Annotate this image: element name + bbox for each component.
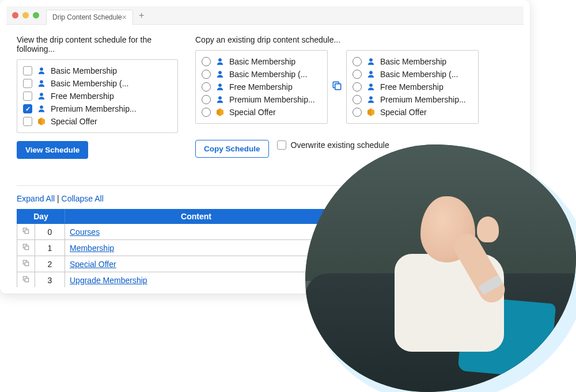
user-icon [366, 96, 376, 104]
day-cell: 0 [35, 224, 65, 240]
radio[interactable] [202, 82, 211, 92]
svg-rect-19 [25, 262, 28, 265]
list-item[interactable]: Basic Membership [353, 55, 472, 68]
checkbox[interactable] [23, 92, 32, 101]
minimize-window-icon[interactable] [22, 12, 29, 18]
close-window-icon[interactable] [12, 12, 18, 18]
item-label: Free Membership [51, 92, 114, 101]
copy-source-list: Basic Membership Basic Membership (... F… [195, 50, 328, 124]
browser-tab[interactable]: Drip Content Schedule × [46, 10, 133, 25]
view-schedule-button[interactable]: View Schedule [17, 141, 88, 159]
list-item[interactable]: Free Membership [23, 90, 172, 102]
radio[interactable] [353, 82, 362, 92]
user-icon [215, 83, 225, 91]
item-label: Special Offer [229, 108, 276, 117]
user-icon [366, 70, 376, 78]
row-expand-icon[interactable] [17, 224, 35, 240]
item-label: Premium Membership... [51, 104, 137, 113]
item-label: Special Offer [380, 108, 427, 117]
decorative-photo [288, 133, 576, 392]
list-item[interactable]: Free Membership [202, 81, 321, 93]
item-label: Basic Membership [229, 57, 295, 66]
checkbox[interactable] [23, 79, 32, 88]
user-icon [37, 105, 46, 113]
table-row: 1 Membership [17, 240, 328, 256]
radio[interactable] [353, 108, 362, 117]
item-label: Free Membership [380, 82, 444, 92]
table-row: 2 Special Offer [17, 256, 328, 272]
overwrite-checkbox[interactable] [277, 140, 286, 150]
svg-rect-15 [25, 230, 28, 233]
list-item[interactable]: Basic Membership (... [353, 68, 472, 81]
radio[interactable] [353, 95, 362, 104]
th-day: Day [17, 210, 65, 224]
radio[interactable] [202, 95, 211, 104]
list-item[interactable]: Special Offer [23, 115, 172, 128]
svg-point-10 [369, 58, 373, 62]
checkbox[interactable] [23, 66, 32, 75]
list-item[interactable]: Basic Membership [23, 64, 172, 77]
svg-point-5 [218, 71, 222, 74]
item-label: Basic Membership [51, 66, 117, 75]
table-row: 3 Upgrade Membership [17, 272, 328, 288]
package-icon [215, 108, 225, 117]
user-icon [366, 83, 376, 91]
list-item[interactable]: Free Membership [353, 81, 472, 93]
item-label: Free Membership [229, 82, 293, 92]
item-label: Premium Membership... [229, 95, 315, 104]
copy-arrow-icon [331, 80, 343, 94]
content-link[interactable]: Special Offer [70, 260, 116, 269]
package-icon [366, 108, 376, 117]
radio[interactable] [202, 57, 211, 66]
radio[interactable] [353, 70, 362, 79]
collapse-all-link[interactable]: Collapse All [62, 194, 104, 203]
content-link[interactable]: Membership [70, 243, 114, 253]
list-item[interactable]: Premium Membership... [353, 93, 472, 106]
list-item[interactable]: Basic Membership [202, 55, 321, 68]
item-label: Basic Membership (... [229, 70, 307, 79]
list-item[interactable]: Premium Membership... [23, 102, 172, 115]
item-label: Basic Membership (... [51, 79, 128, 88]
tab-title: Drip Content Schedule [52, 13, 122, 21]
content-link[interactable]: Courses [70, 227, 100, 237]
new-tab-icon[interactable]: + [139, 10, 144, 21]
radio[interactable] [202, 108, 211, 117]
user-icon [366, 58, 376, 66]
maximize-window-icon[interactable] [33, 12, 39, 18]
copy-target-list: Basic Membership Basic Membership (... F… [346, 50, 479, 124]
user-icon [215, 96, 225, 104]
svg-point-13 [369, 96, 373, 100]
user-icon [215, 58, 225, 66]
window-controls [12, 12, 39, 18]
view-list: Basic Membership Basic Membership (... F… [17, 59, 178, 133]
item-label: Basic Membership (... [380, 70, 458, 79]
user-icon [37, 67, 46, 75]
svg-point-1 [40, 80, 43, 83]
list-item[interactable]: Premium Membership... [202, 93, 321, 106]
day-cell: 3 [35, 272, 65, 288]
checkbox[interactable] [23, 117, 32, 126]
svg-point-4 [218, 58, 222, 62]
radio[interactable] [202, 70, 211, 79]
svg-point-11 [369, 71, 373, 74]
svg-rect-9 [335, 83, 341, 89]
checkbox[interactable] [23, 104, 32, 113]
day-cell: 2 [35, 256, 65, 272]
row-expand-icon[interactable] [17, 272, 35, 288]
table-row: 0 Courses [17, 224, 328, 240]
view-heading: View the drip content schedule for the f… [17, 35, 178, 54]
list-item[interactable]: Basic Membership (... [202, 68, 321, 81]
list-item[interactable]: Special Offer [353, 106, 472, 119]
expand-all-link[interactable]: Expand All [17, 194, 55, 203]
copy-schedule-button[interactable]: Copy Schedule [195, 140, 269, 158]
content-link[interactable]: Upgrade Membership [70, 276, 147, 285]
close-tab-icon[interactable]: × [122, 13, 127, 22]
svg-point-12 [369, 83, 373, 87]
row-expand-icon[interactable] [17, 240, 35, 256]
list-item[interactable]: Basic Membership (... [23, 77, 172, 90]
row-expand-icon[interactable] [17, 256, 35, 272]
svg-point-0 [40, 67, 43, 71]
svg-point-3 [40, 105, 43, 109]
radio[interactable] [353, 57, 362, 66]
list-item[interactable]: Special Offer [202, 106, 321, 119]
